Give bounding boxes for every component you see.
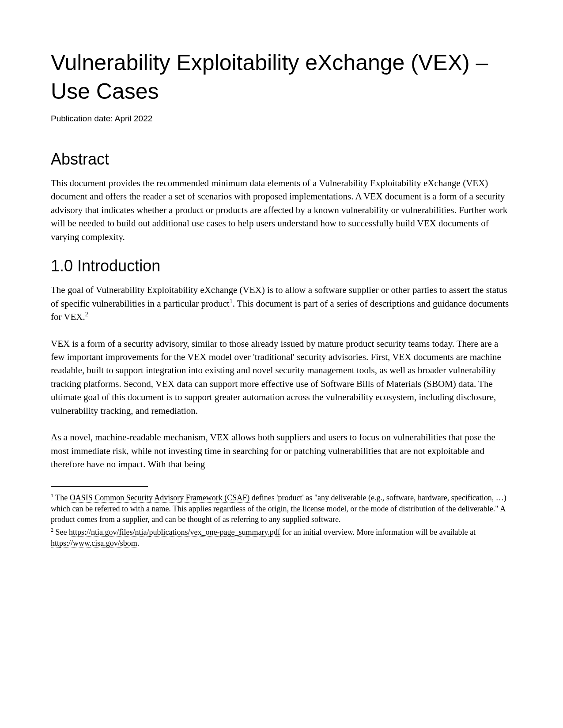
publication-date: Publication date: April 2022	[51, 114, 512, 124]
intro-paragraph-3: As a novel, machine-readable mechanism, …	[51, 431, 512, 471]
footnote-2-mid: for an initial overview. More informatio…	[280, 528, 476, 537]
footnote-1-link[interactable]: OASIS Common Security Advisory Framework…	[70, 493, 250, 503]
footnote-2-post: .	[137, 539, 140, 548]
footnote-1-pre: The	[53, 493, 70, 502]
abstract-heading: Abstract	[51, 150, 512, 169]
intro-paragraph-1: The goal of Vulnerability Exploitability…	[51, 283, 512, 323]
footnote-2: 2 See https://ntia.gov/files/ntia/public…	[51, 526, 512, 548]
introduction-heading: 1.0 Introduction	[51, 257, 512, 275]
footnote-1: 1 The OASIS Common Security Advisory Fra…	[51, 492, 512, 525]
footnote-ref-2: 2	[85, 311, 88, 318]
footnote-divider	[51, 486, 148, 487]
footnote-ref-1: 1	[230, 298, 233, 304]
document-title: Vulnerability Exploitability eXchange (V…	[51, 49, 512, 106]
footnote-2-link-2[interactable]: https://www.cisa.gov/sbom	[51, 539, 137, 548]
abstract-paragraph: This document provides the recommended m…	[51, 176, 512, 244]
footnote-2-link-1[interactable]: https://ntia.gov/files/ntia/publications…	[69, 528, 280, 537]
intro-paragraph-2: VEX is a form of a security advisory, si…	[51, 337, 512, 418]
footnote-2-pre: See	[53, 528, 69, 537]
